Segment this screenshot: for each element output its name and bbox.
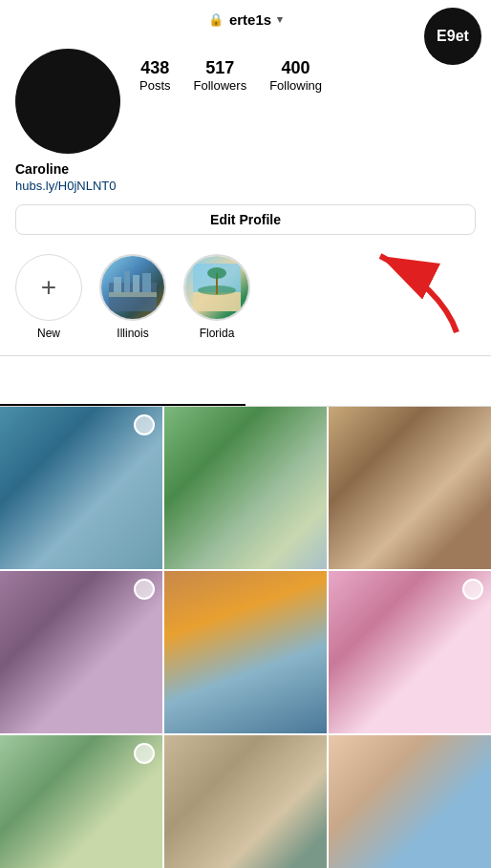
posts-count: 438 bbox=[140, 58, 169, 78]
following-count: 400 bbox=[282, 58, 310, 78]
followers-label: Followers bbox=[194, 78, 247, 93]
followers-count: 517 bbox=[205, 58, 234, 78]
select-indicator-1 bbox=[134, 414, 155, 435]
photo-grid bbox=[0, 407, 491, 868]
svg-point-11 bbox=[207, 267, 226, 279]
highlight-illinois[interactable]: Illinois bbox=[99, 254, 166, 340]
photo-cell-8[interactable] bbox=[164, 735, 327, 868]
profile-header: 🔒 erte1s ▾ E9et bbox=[0, 0, 491, 39]
stats-row: 438 Posts 517 Followers 400 Following bbox=[139, 58, 476, 93]
highlight-florida[interactable]: Florida bbox=[183, 254, 250, 340]
username-area[interactable]: 🔒 erte1s ▾ bbox=[208, 11, 283, 28]
e9et-badge: E9et bbox=[424, 8, 481, 65]
stats-area: 438 Posts 517 Followers 400 Following bbox=[139, 49, 476, 100]
bio-name: Caroline bbox=[15, 161, 476, 177]
edit-profile-button[interactable]: Edit Profile bbox=[15, 204, 476, 235]
svg-rect-2 bbox=[114, 277, 121, 292]
highlight-circle-florida[interactable] bbox=[183, 254, 250, 321]
username-text: erte1s bbox=[229, 11, 271, 28]
followers-stat[interactable]: 517 Followers bbox=[194, 58, 247, 93]
svg-rect-5 bbox=[142, 273, 151, 292]
chevron-down-icon: ▾ bbox=[277, 13, 283, 26]
highlight-circle-new[interactable]: + bbox=[15, 254, 82, 321]
bio-section: Caroline hubs.ly/H0jNLNT0 bbox=[0, 161, 491, 204]
svg-rect-4 bbox=[133, 275, 139, 292]
select-indicator-6 bbox=[462, 579, 483, 600]
photo-cell-9[interactable] bbox=[329, 735, 491, 868]
highlight-circle-illinois[interactable] bbox=[99, 254, 166, 321]
highlights-row: + New Illinois bbox=[0, 246, 491, 355]
posts-label: Posts bbox=[139, 78, 171, 93]
svg-rect-6 bbox=[109, 292, 157, 297]
highlight-label-illinois: Illinois bbox=[117, 327, 148, 340]
tab-tagged[interactable] bbox=[246, 356, 491, 406]
highlight-label-new: New bbox=[37, 327, 60, 340]
tab-bar bbox=[0, 355, 491, 407]
photo-cell-7[interactable] bbox=[0, 735, 162, 868]
posts-stat: 438 Posts bbox=[139, 58, 171, 93]
highlight-new[interactable]: + New bbox=[15, 254, 82, 340]
photo-cell-2[interactable] bbox=[164, 407, 327, 569]
svg-rect-3 bbox=[124, 271, 130, 292]
lock-icon: 🔒 bbox=[208, 12, 224, 27]
photo-cell-4[interactable] bbox=[0, 571, 162, 733]
bio-link[interactable]: hubs.ly/H0jNLNT0 bbox=[15, 179, 476, 193]
select-indicator-7 bbox=[134, 743, 155, 764]
tab-grid[interactable] bbox=[0, 356, 246, 406]
photo-cell-6[interactable] bbox=[329, 571, 491, 733]
following-stat[interactable]: 400 Following bbox=[269, 58, 322, 93]
photo-cell-3[interactable] bbox=[329, 407, 491, 569]
following-label: Following bbox=[269, 78, 322, 93]
avatar[interactable] bbox=[15, 49, 120, 154]
highlight-label-florida: Florida bbox=[200, 327, 235, 340]
select-indicator-4 bbox=[134, 579, 155, 600]
photo-cell-5[interactable] bbox=[164, 571, 327, 733]
photo-cell-1[interactable] bbox=[0, 407, 162, 569]
profile-section: 438 Posts 517 Followers 400 Following bbox=[0, 39, 491, 161]
